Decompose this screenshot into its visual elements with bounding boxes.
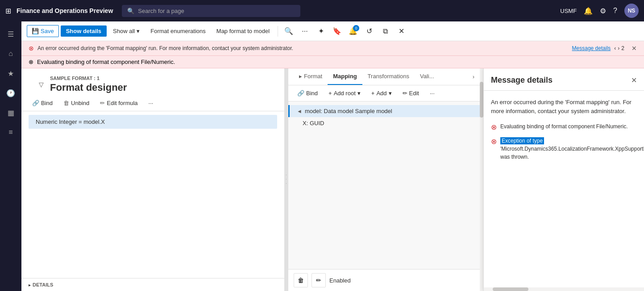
mapping-bind-btn[interactable]: 🔗 Bind (294, 88, 321, 98)
badge-icon[interactable]: 🔔 0 (346, 24, 360, 38)
tab-nav-right[interactable]: › (473, 73, 474, 80)
error-text-1: An error occurred during the 'Format map… (37, 45, 569, 51)
format-enumerations-button[interactable]: Format enumerations (146, 25, 210, 37)
error-banner-1: ⊗ An error occurred during the 'Format m… (21, 41, 644, 56)
sidebar-item-modules[interactable]: ≡ (2, 123, 20, 141)
top-nav: ⊞ Finance and Operations Preview 🔍 Searc… (0, 0, 644, 21)
bind-icon: 🔗 (32, 100, 39, 106)
open-new-icon[interactable]: ⧉ (378, 24, 392, 38)
exception-highlight: Exception of type (500, 137, 544, 144)
details-label: DETAILS (33, 282, 53, 287)
show-details-button[interactable]: Show details (61, 25, 107, 37)
search-toolbar-icon[interactable]: 🔍 (282, 24, 296, 38)
error-text-2: Evaluating binding of format component F… (37, 59, 175, 65)
panel-error-text-1: Evaluating binding of format component F… (500, 122, 627, 131)
format-item-row[interactable]: Numeric Integer = model.X (29, 115, 277, 129)
format-title: Format designer (48, 82, 274, 93)
edit-formula-button[interactable]: ✏ Edit formula (96, 98, 141, 108)
panel-description: An error occurred during the 'Format map… (491, 98, 637, 115)
message-details-link[interactable]: Message details (572, 45, 611, 51)
details-section[interactable]: DETAILS (21, 278, 284, 291)
panel-splitter[interactable]: · · · (284, 68, 288, 291)
search-placeholder-text: Search for a page (138, 8, 184, 14)
error-icon-1: ⊗ (29, 45, 34, 52)
tab-validation[interactable]: Vali... (415, 68, 440, 85)
panel-error-icon-2: ⊗ (491, 137, 497, 146)
tree-collapse-icon[interactable]: ◄ (297, 108, 302, 114)
filter-icon[interactable]: ▽ (39, 81, 44, 88)
more-options-icon[interactable]: ··· (298, 24, 312, 38)
tab-format[interactable]: Format (294, 68, 328, 85)
mapping-inner-toolbar: 🔗 Bind + Add root + Add ✏ (288, 85, 480, 101)
search-bar[interactable]: 🔍 Search for a page (122, 5, 300, 17)
settings-icon[interactable]: ⚙ (600, 7, 606, 15)
tree-node-label: model: Data model Sample model (305, 108, 392, 114)
sidebar-item-favorites[interactable]: ★ (2, 64, 20, 82)
unbind-icon: 🗑 (63, 100, 69, 106)
save-button[interactable]: 💾 Save (27, 25, 59, 37)
tab-transformations[interactable]: Transformations (362, 68, 415, 85)
page-area: ▽ SAMPLE FORMAT : 1 Format designer 🔗 Bi… (21, 68, 644, 291)
avatar[interactable]: NS (624, 4, 639, 18)
search-icon: 🔍 (127, 8, 134, 14)
panel-scrollbar-thumb[interactable] (493, 287, 528, 291)
close-toolbar-icon[interactable]: ✕ (394, 24, 408, 38)
scroll-thumb[interactable] (480, 82, 483, 118)
format-label: SAMPLE FORMAT : 1 (48, 76, 274, 81)
panel-error-icon-1: ⊗ (491, 123, 497, 131)
add-btn[interactable]: + Add (368, 88, 395, 98)
tab-format-chevron (299, 73, 302, 80)
app-title: Finance and Operations Preview (17, 7, 113, 14)
app-grid-icon[interactable]: ⊞ (5, 7, 11, 15)
help-icon[interactable]: ? (613, 7, 617, 15)
edit-footer-btn[interactable]: ✏ (312, 273, 326, 287)
error-next-btn[interactable]: › (618, 45, 619, 51)
error-count: 2 (621, 45, 624, 51)
tab-mapping[interactable]: Mapping (328, 68, 362, 85)
save-icon: 💾 (32, 28, 39, 34)
edit-mapping-icon: ✏ (403, 90, 407, 97)
format-header: ▽ SAMPLE FORMAT : 1 Format designer (21, 68, 284, 95)
panel-title: Message details (491, 76, 553, 85)
sidebar-item-dashboard[interactable]: ⌂ (2, 45, 20, 63)
tree-node-root[interactable]: ◄ model: Data model Sample model (288, 105, 480, 117)
show-all-chevron-icon (137, 28, 140, 34)
map-format-to-model-button[interactable]: Map format to model (212, 25, 274, 37)
main-content: 💾 Save Show details Show all Format enum… (21, 21, 644, 291)
sidebar-item-home[interactable]: ☰ (2, 25, 20, 43)
more-format-options-btn[interactable]: ··· (145, 98, 157, 108)
tree-child-label: X: GUID (303, 120, 324, 127)
bookmark-icon[interactable]: 🔖 (330, 24, 344, 38)
sidebar: ☰ ⌂ ★ 🕐 ▦ ≡ (0, 21, 21, 291)
error-banner-close-1[interactable]: ✕ (632, 45, 637, 52)
show-all-button[interactable]: Show all (108, 25, 144, 37)
panel-body: An error occurred during the 'Format map… (484, 91, 644, 287)
panel-close-btn[interactable]: ✕ (631, 76, 637, 84)
delete-footer-btn[interactable]: 🗑 (294, 273, 308, 287)
error-prev-btn[interactable]: ‹ (614, 45, 616, 51)
add-root-btn[interactable]: + Add root (325, 88, 364, 98)
scroll-track[interactable] (480, 68, 483, 291)
bind-button[interactable]: 🔗 Bind (29, 98, 56, 108)
panel-error-item-1: ⊗ Evaluating binding of format component… (491, 122, 637, 131)
mapping-footer: 🗑 ✏ Enabled (288, 269, 480, 291)
more-mapping-options-btn[interactable]: ··· (426, 88, 438, 98)
panel-error-text-2: Exception of type 'Microsoft.Dynamics365… (500, 137, 644, 161)
notification-icon[interactable]: 🔔 (584, 7, 593, 15)
refresh-icon[interactable]: ↺ (362, 24, 376, 38)
unbind-button[interactable]: 🗑 Unbind (60, 98, 93, 108)
panel-error-item-2: ⊗ Exception of type 'Microsoft.Dynamics3… (491, 137, 637, 161)
right-panel: Format Mapping Transformations Vali... › (288, 68, 480, 291)
format-inner-toolbar: 🔗 Bind 🗑 Unbind ✏ Edit formula ··· (21, 95, 284, 111)
main-layout: ☰ ⌂ ★ 🕐 ▦ ≡ 💾 Save Show details Show all… (0, 21, 644, 291)
format-item-text: Numeric Integer = model.X (36, 118, 105, 125)
sidebar-item-recent[interactable]: 🕐 (2, 84, 20, 102)
tree-node-child[interactable]: X: GUID (288, 117, 480, 129)
left-panel: ▽ SAMPLE FORMAT : 1 Format designer 🔗 Bi… (21, 68, 284, 291)
error-icon-2: ⊗ (29, 59, 33, 65)
panel-scrollbar[interactable] (484, 287, 644, 291)
edit-mapping-btn[interactable]: ✏ Edit (399, 88, 423, 98)
sidebar-item-workspaces[interactable]: ▦ (2, 104, 20, 122)
status-text: Enabled (329, 277, 351, 284)
link-icon[interactable]: ✦ (314, 24, 328, 38)
